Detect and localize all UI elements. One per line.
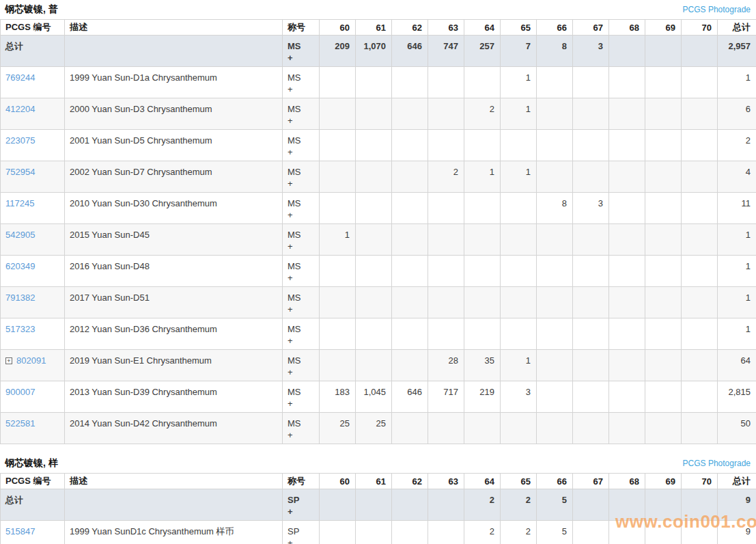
- totals-row: 总计MS +2091,0706467472577832,957: [1, 36, 756, 67]
- grade-count-cell: [573, 413, 609, 444]
- table-row: 2230752001 Yuan Sun-D5 ChrysanthemumMS +…: [1, 130, 756, 161]
- pcgs-number-link[interactable]: 522581: [5, 418, 35, 429]
- pcgs-number-cell: +802091: [1, 350, 65, 381]
- grade-count-cell: [609, 130, 645, 161]
- grade-count-cell: [428, 67, 464, 98]
- pcgs-number-link[interactable]: 542905: [5, 230, 35, 240]
- pcgs-number-link[interactable]: 517323: [5, 324, 35, 334]
- grade-count-cell: 1: [501, 67, 537, 98]
- coin-description: 2012 Yuan Sun-D36 Chrysanthemum: [65, 318, 283, 350]
- pcgs-number-cell: 542905: [1, 224, 65, 256]
- pcgs-number-link[interactable]: 412204: [5, 104, 35, 114]
- grade-count-cell: [392, 193, 428, 224]
- table-row: 1172452010 Yuan Sun-D30 ChrysanthemumMS …: [1, 193, 756, 224]
- pcgs-photograde-link[interactable]: PCGS Photograde: [683, 459, 751, 468]
- pcgs-number-link[interactable]: 752954: [5, 167, 35, 177]
- grade-count-cell: 5: [537, 489, 573, 521]
- pcgs-number-link[interactable]: 223075: [5, 135, 35, 146]
- grade-count-cell: [645, 350, 682, 381]
- grade-count-cell: [609, 36, 645, 67]
- coin-description: 2015 Yuan Sun-D45: [65, 224, 283, 256]
- grade-count-cell: [428, 287, 464, 318]
- grade-count-cell: 219: [464, 381, 501, 413]
- expand-icon[interactable]: +: [5, 357, 12, 364]
- grade-count-cell: [464, 224, 501, 256]
- pcgs-number-link[interactable]: 900007: [5, 387, 35, 397]
- grade-count-cell: [428, 98, 464, 130]
- pcgs-number-link[interactable]: 515847: [5, 526, 35, 536]
- pcgs-number-link[interactable]: 117245: [5, 198, 34, 208]
- column-header: 69: [645, 474, 682, 489]
- grade-count-cell: [609, 224, 645, 256]
- grade-count-cell: [609, 350, 645, 381]
- pcgs-photograde-link[interactable]: PCGS Photograde: [683, 5, 751, 14]
- column-header: 60: [320, 474, 356, 489]
- grade-count-cell: [573, 381, 609, 413]
- row-total-cell: 64: [718, 350, 756, 381]
- designation: SP +: [283, 489, 320, 521]
- table-row: 7529542002 Yuan Sun-D7 ChrysanthemumMS +…: [1, 161, 756, 193]
- grade-count-cell: [645, 67, 682, 98]
- pcgs-number-link[interactable]: 620349: [5, 261, 35, 271]
- grade-count-cell: [682, 350, 718, 381]
- row-total-cell: 50: [718, 413, 756, 444]
- grade-count-cell: [537, 130, 573, 161]
- grade-count-cell: 2: [464, 521, 501, 544]
- grade-count-cell: 1: [320, 224, 356, 256]
- grade-count-cell: [320, 318, 356, 350]
- grade-count-cell: [464, 413, 501, 444]
- column-header: 64: [464, 20, 501, 36]
- coin-description: 2002 Yuan Sun-D7 Chrysanthemum: [65, 161, 283, 193]
- grade-count-cell: [428, 413, 464, 444]
- grade-count-cell: [501, 287, 537, 318]
- column-header: 60: [320, 20, 356, 36]
- grade-count-cell: [356, 318, 392, 350]
- pcgs-number-cell: 769244: [1, 67, 65, 98]
- column-header: 67: [573, 474, 609, 489]
- coin-description: [65, 489, 283, 521]
- column-header: 66: [537, 474, 573, 489]
- grade-count-cell: [320, 193, 356, 224]
- grade-count-cell: [320, 521, 356, 544]
- grade-count-cell: [464, 318, 501, 350]
- grade-count-cell: 5: [537, 521, 573, 544]
- pcgs-number-cell: 791382: [1, 287, 65, 318]
- grade-count-cell: 1: [501, 350, 537, 381]
- grade-count-cell: [356, 98, 392, 130]
- section-header: 钢芯镀镍, 样 PCGS Photograde: [0, 454, 756, 473]
- pcgs-number-link[interactable]: 802091: [16, 355, 46, 366]
- grade-count-cell: [573, 98, 609, 130]
- grade-count-cell: [356, 224, 392, 256]
- column-header: 描述: [65, 474, 283, 489]
- grade-count-cell: [356, 130, 392, 161]
- grade-count-cell: [645, 521, 682, 544]
- column-header: 总计: [718, 474, 756, 489]
- grade-count-cell: [609, 193, 645, 224]
- grade-count-cell: [428, 193, 464, 224]
- grade-count-cell: [682, 161, 718, 193]
- designation: MS +: [283, 381, 320, 413]
- grade-count-cell: [645, 489, 682, 521]
- grade-count-cell: [645, 193, 682, 224]
- grade-count-cell: [356, 193, 392, 224]
- grade-count-cell: [464, 67, 501, 98]
- grade-count-cell: [537, 161, 573, 193]
- grade-count-cell: [392, 521, 428, 544]
- pcgs-number-link[interactable]: 769244: [5, 72, 35, 83]
- row-total-cell: 1: [718, 224, 756, 256]
- grade-count-cell: [392, 489, 428, 521]
- table-row: 5225812014 Yuan Sun-D42 ChrysanthemumMS …: [1, 413, 756, 444]
- table-row: +8020912019 Yuan Sun-E1 ChrysanthemumMS …: [1, 350, 756, 381]
- row-total-cell: 1: [718, 256, 756, 287]
- grade-count-cell: [537, 287, 573, 318]
- grade-count-cell: 1,045: [356, 381, 392, 413]
- grade-count-cell: [645, 224, 682, 256]
- designation: MS +: [283, 67, 320, 98]
- grade-count-cell: [645, 256, 682, 287]
- designation: MS +: [283, 224, 320, 256]
- grade-count-cell: [645, 161, 682, 193]
- grade-count-cell: 209: [320, 36, 356, 67]
- grade-count-cell: [682, 318, 718, 350]
- column-header: 62: [392, 20, 428, 36]
- pcgs-number-link[interactable]: 791382: [5, 293, 35, 303]
